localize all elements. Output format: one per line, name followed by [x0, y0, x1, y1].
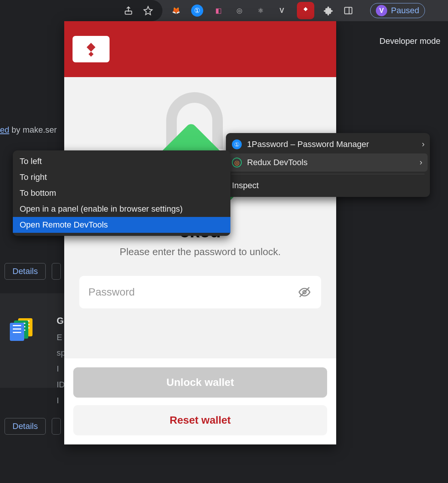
context-item-label: Inspect: [232, 181, 259, 190]
bg-by-text: by make.ser: [9, 125, 57, 135]
color-tool-icon[interactable]: ◧: [212, 5, 224, 17]
details-row-2: Details: [5, 418, 61, 435]
details-button[interactable]: Details: [5, 418, 46, 435]
context-item-label: 1Password – Password Manager: [247, 139, 369, 149]
popup-header: [64, 21, 336, 77]
developer-mode-label: Developer mode: [380, 36, 440, 46]
chevron-right-icon: ›: [422, 139, 425, 149]
context-item-inspect[interactable]: Inspect: [226, 176, 430, 195]
metamask-icon[interactable]: 🦊: [170, 5, 182, 17]
context-item-1password[interactable]: ① 1Password – Password Manager ›: [226, 135, 430, 153]
side-panel-icon[interactable]: [343, 5, 354, 16]
profile-avatar: V: [376, 5, 387, 16]
popup-footer: Unlock wallet Reset wallet: [64, 358, 336, 444]
toggle-password-visibility-icon[interactable]: [297, 285, 312, 300]
paused-label: Paused: [391, 6, 419, 15]
submenu-to-right[interactable]: To right: [13, 169, 230, 185]
redux-devtools-toolbar-icon[interactable]: ◎: [233, 5, 246, 17]
redux-devtools-submenu: To left To right To bottom Open in a pan…: [13, 150, 230, 236]
browser-toolbar: 🦊 ① ◧ ◎ ⚛ V V Paused: [0, 0, 448, 21]
bg-link[interactable]: ed: [0, 125, 9, 135]
reset-wallet-button[interactable]: Reset wallet: [73, 405, 327, 435]
wallet-logo: [73, 36, 110, 62]
password-field-wrap: [79, 276, 321, 308]
svg-rect-1: [344, 7, 352, 14]
unlock-wallet-button[interactable]: Unlock wallet: [73, 367, 327, 398]
google-docs-offline-icon: [10, 318, 35, 341]
react-devtools-icon[interactable]: ⚛: [255, 5, 267, 17]
profile-paused-chip[interactable]: V Paused: [370, 3, 425, 18]
details-button[interactable]: Details: [5, 263, 46, 280]
context-separator: [231, 174, 425, 174]
submenu-to-left[interactable]: To left: [13, 153, 230, 169]
onepassword-icon[interactable]: ①: [191, 5, 203, 17]
omnibox-area: [0, 0, 162, 21]
password-input[interactable]: [88, 286, 297, 298]
letter-v-icon[interactable]: V: [276, 5, 288, 17]
context-item-label: Redux DevTools: [247, 158, 307, 167]
truncated-button[interactable]: [52, 418, 61, 435]
bg-managed-by-text: ed by make.ser: [0, 125, 57, 135]
extensions-puzzle-icon[interactable]: [323, 5, 334, 16]
share-icon[interactable]: [123, 5, 134, 16]
context-item-redux-devtools[interactable]: ◎ Redux DevTools ›: [228, 153, 428, 172]
onepassword-icon: ①: [232, 139, 242, 149]
submenu-open-remote-devtools[interactable]: Open Remote DevTools: [13, 217, 230, 233]
submenu-to-bottom[interactable]: To bottom: [13, 185, 230, 201]
extension-icons-row: 🦊 ① ◧ ◎ ⚛ V V Paused: [170, 2, 425, 19]
context-menu-extensions: ① 1Password – Password Manager › ◎ Redux…: [226, 133, 430, 197]
active-extension-icon[interactable]: [297, 2, 314, 19]
details-row-1: Details: [5, 263, 61, 280]
star-icon[interactable]: [143, 5, 153, 16]
locked-subtitle: Please enter the password to unlock.: [120, 246, 281, 258]
redux-devtools-icon: ◎: [232, 158, 242, 167]
chevron-right-icon: ›: [420, 158, 422, 167]
truncated-button[interactable]: [52, 263, 61, 280]
submenu-open-in-panel[interactable]: Open in a panel (enable in browser setti…: [13, 201, 230, 217]
